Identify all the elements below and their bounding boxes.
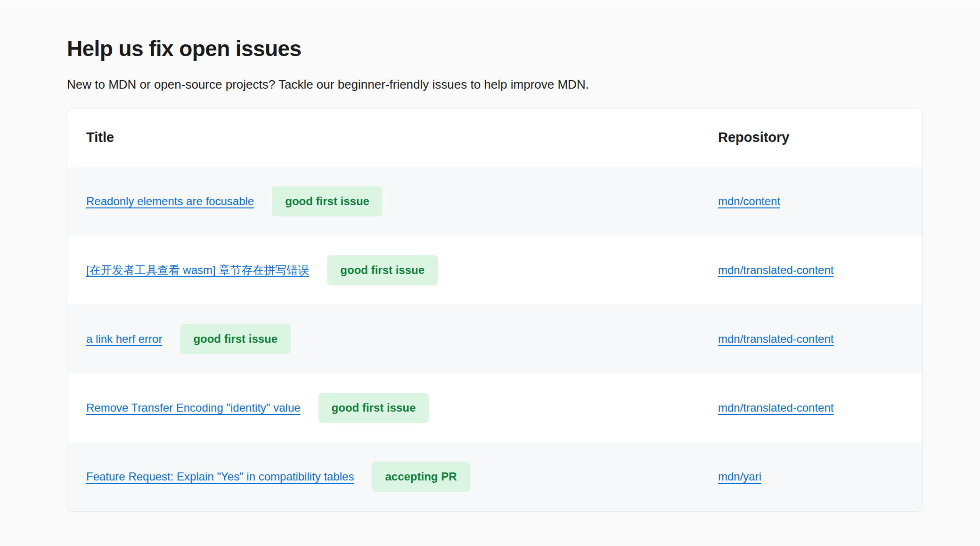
column-header-repository: Repository [699, 108, 922, 167]
repository-link[interactable]: mdn/yari [718, 470, 761, 483]
issue-link[interactable]: Feature Request: Explain "Yes" in compat… [86, 470, 354, 483]
open-issues-table: Title Repository Readonly elements are f… [67, 108, 923, 512]
repository-link[interactable]: mdn/content [718, 195, 780, 208]
contribute-issues-section: Help us fix open issues New to MDN or op… [67, 0, 923, 512]
issue-link[interactable]: a link herf error [86, 332, 162, 346]
issue-title-cell: [在开发者工具查看 wasm] 章节存在拼写错误 good first issu… [67, 236, 699, 305]
repository-link[interactable]: mdn/translated-content [718, 264, 833, 277]
repository-cell: mdn/translated-content [699, 373, 922, 442]
issue-title-cell: a link herf error good first issue [67, 305, 699, 373]
table-row: a link herf error good first issue mdn/t… [67, 305, 922, 373]
issue-link[interactable]: Remove Transfer Encoding "identity" valu… [86, 401, 301, 414]
table-row: Feature Request: Explain "Yes" in compat… [67, 442, 922, 511]
issue-label-badge: good first issue [318, 393, 429, 423]
repository-cell: mdn/content [699, 167, 922, 236]
repository-link[interactable]: mdn/translated-content [718, 332, 833, 346]
issue-label-badge: good first issue [272, 186, 383, 217]
issue-label-badge: good first issue [327, 255, 438, 286]
page-title: Help us fix open issues [67, 36, 923, 62]
repository-cell: mdn/yari [699, 442, 922, 511]
issue-title-cell: Readonly elements are focusable good fir… [67, 167, 699, 236]
table-header-row: Title Repository [67, 108, 922, 167]
repository-cell: mdn/translated-content [699, 236, 922, 305]
page-subtitle: New to MDN or open-source projects? Tack… [67, 77, 923, 93]
table-row: Readonly elements are focusable good fir… [67, 167, 922, 236]
issue-label-badge: accepting PR [372, 462, 470, 492]
issue-title-cell: Feature Request: Explain "Yes" in compat… [67, 442, 699, 511]
table-row: Remove Transfer Encoding "identity" valu… [67, 373, 922, 442]
issue-title-cell: Remove Transfer Encoding "identity" valu… [67, 373, 699, 442]
table-row: [在开发者工具查看 wasm] 章节存在拼写错误 good first issu… [67, 236, 922, 305]
repository-cell: mdn/translated-content [699, 305, 922, 373]
repository-link[interactable]: mdn/translated-content [718, 401, 833, 414]
issue-link[interactable]: [在开发者工具查看 wasm] 章节存在拼写错误 [86, 263, 309, 278]
issue-label-badge: good first issue [180, 324, 291, 355]
column-header-title: Title [67, 108, 699, 167]
issue-link[interactable]: Readonly elements are focusable [86, 195, 254, 208]
